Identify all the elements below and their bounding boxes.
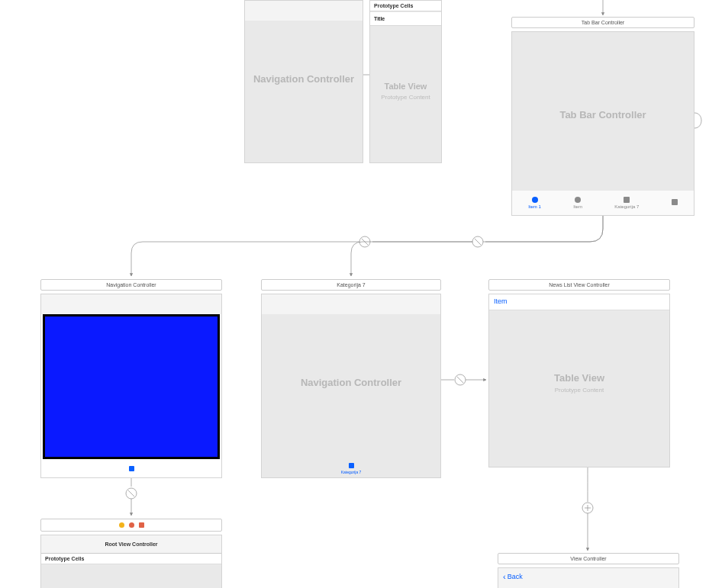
nav-center-title: Kategorija 7 <box>261 279 441 291</box>
tab-item-4[interactable] <box>672 199 678 207</box>
table-top-proto: Prototype Cells <box>370 1 441 11</box>
svg-line-8 <box>475 239 481 245</box>
root-subtitle: Root View Controller <box>41 535 221 554</box>
scene-nav-top[interactable]: Navigation Controller <box>244 0 363 163</box>
nav-left-blue-view[interactable] <box>43 314 220 459</box>
storyboard-canvas[interactable]: Navigation Controller Prototype Cells Ti… <box>0 0 709 588</box>
circle-icon <box>129 522 134 528</box>
scene-nav-left[interactable]: Navigation Controller <box>40 279 222 478</box>
square-icon <box>139 522 144 528</box>
vc-title: View Controller <box>498 553 679 564</box>
vc-body[interactable]: ‹Back <box>498 567 679 588</box>
tabbar-body[interactable]: Tab Bar Controller Item 1 Item Kategorij… <box>511 31 694 216</box>
tabbar-big-label: Tab Bar Controller <box>512 109 694 120</box>
tab-item-1[interactable]: Item 1 <box>528 197 541 209</box>
news-navbar: Item <box>489 294 669 310</box>
dot-icon <box>575 197 581 203</box>
square-icon <box>672 199 678 205</box>
nav-top-big-label: Navigation Controller <box>245 73 363 85</box>
nav-center-tab[interactable]: Kategorija 7 <box>262 459 440 477</box>
nav-center-big: Navigation Controller <box>262 377 440 388</box>
news-body[interactable]: Item Table View Prototype Content <box>488 294 670 468</box>
nav-left-navbar <box>41 294 221 314</box>
news-labels: Table View Prototype Content <box>489 372 669 394</box>
square-icon <box>624 197 630 203</box>
svg-line-11 <box>457 377 463 383</box>
svg-point-17 <box>582 503 593 513</box>
svg-point-10 <box>455 374 466 385</box>
circle-icon <box>119 522 124 528</box>
nav-left-title: Navigation Controller <box>40 279 222 291</box>
news-small: Prototype Content <box>489 387 669 394</box>
scene-root-vc[interactable]: Root View Controller Prototype Cells <box>40 519 222 588</box>
scene-table-top[interactable]: Prototype Cells Title Table View Prototy… <box>369 0 442 163</box>
table-top-big: Table View <box>370 82 441 91</box>
scene-news-list[interactable]: News List View Controller Item Table Vie… <box>488 279 670 468</box>
root-header <box>40 519 222 532</box>
nav-left-tab <box>41 459 221 477</box>
svg-line-6 <box>362 239 368 245</box>
square-icon <box>349 463 354 468</box>
table-top-small: Prototype Content <box>370 94 441 101</box>
nav-center-body[interactable]: Navigation Controller Kategorija 7 <box>261 294 441 478</box>
news-title: News List View Controller <box>488 279 670 291</box>
svg-line-15 <box>128 490 134 496</box>
back-button[interactable]: ‹Back <box>503 573 523 580</box>
scene-view-controller[interactable]: View Controller ‹Back <box>498 553 679 588</box>
svg-point-14 <box>126 488 137 499</box>
tabbar-title: Tab Bar Controller <box>511 17 694 28</box>
news-item-link[interactable]: Item <box>494 297 508 305</box>
root-doc-icons <box>41 519 221 531</box>
root-proto: Prototype Cells <box>41 554 221 564</box>
nav-top-body[interactable]: Navigation Controller <box>244 0 363 163</box>
tabbar-items: Item 1 Item Kategorija 7 <box>512 191 694 215</box>
nav-center-tablabel: Kategorija 7 <box>341 470 362 474</box>
dot-icon <box>532 197 538 203</box>
nav-center-label: Navigation Controller <box>262 377 440 388</box>
square-icon <box>129 466 134 471</box>
svg-point-5 <box>359 236 370 247</box>
tab-item-2[interactable]: Item <box>573 197 582 209</box>
tabbar-center: Tab Bar Controller <box>512 109 694 120</box>
scene-tabbar[interactable]: Tab Bar Controller Tab Bar Controller It… <box>511 17 694 216</box>
svg-point-7 <box>472 236 483 247</box>
root-body[interactable]: Root View Controller Prototype Cells <box>40 535 222 588</box>
nav-left-body[interactable] <box>40 294 222 478</box>
scene-nav-center[interactable]: Kategorija 7 Navigation Controller Kateg… <box>261 279 441 478</box>
table-top-labels: Table View Prototype Content <box>370 82 441 101</box>
chevron-left-icon: ‹ <box>503 574 506 580</box>
nav-top-label: Navigation Controller <box>245 73 363 85</box>
tab-item-3[interactable]: Kategorija 7 <box>614 197 639 209</box>
news-big: Table View <box>489 372 669 384</box>
table-top-cell-title[interactable]: Title <box>370 12 441 26</box>
nav-top-navbar <box>245 1 363 21</box>
table-top-body[interactable]: Prototype Cells Title Table View Prototy… <box>369 0 442 163</box>
nav-center-navbar <box>262 294 440 314</box>
